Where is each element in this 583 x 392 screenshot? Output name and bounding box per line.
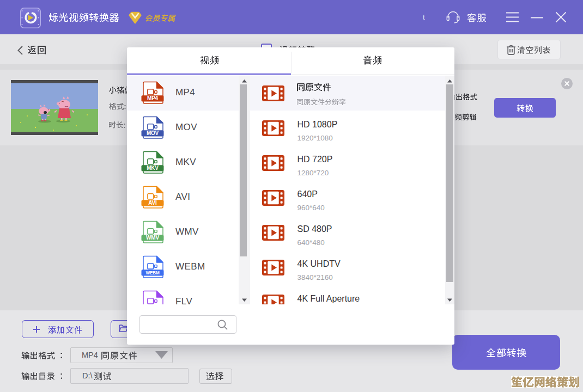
svg-text:WMV: WMV (146, 235, 159, 241)
svg-text:WEBM: WEBM (145, 271, 160, 275)
svg-text:MP4: MP4 (147, 95, 159, 101)
svg-text:MOV: MOV (147, 130, 159, 136)
svg-text:MKV: MKV (147, 165, 159, 171)
svg-text:AVI: AVI (148, 200, 157, 206)
